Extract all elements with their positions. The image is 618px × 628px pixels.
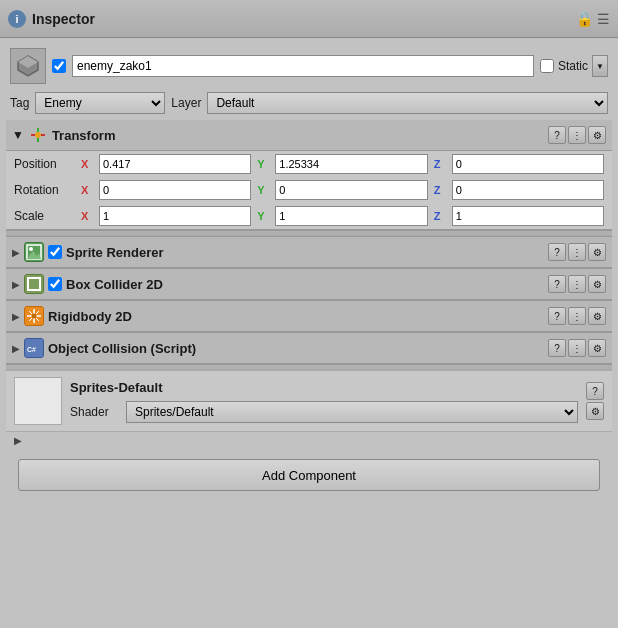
material-expand-row: ▶	[6, 432, 612, 449]
rotation-label: Rotation	[14, 183, 79, 197]
add-component-area: Add Component	[6, 449, 612, 501]
rigidbody-title: Rigidbody 2D	[48, 309, 544, 324]
menu-icon[interactable]: ☰	[597, 11, 610, 27]
rotation-z-axis: Z	[434, 184, 448, 196]
rotation-row: Rotation X Y Z	[6, 177, 612, 203]
rotation-z-input[interactable]	[452, 180, 604, 200]
shader-label: Shader	[70, 405, 120, 419]
object-name-input[interactable]	[72, 55, 534, 77]
transform-icon	[28, 125, 48, 145]
lock-icon[interactable]: 🔒	[576, 11, 593, 27]
static-dropdown-button[interactable]: ▼	[592, 55, 608, 77]
svg-text:C#: C#	[27, 346, 36, 353]
svg-point-18	[32, 314, 37, 319]
material-gear-button[interactable]: ⚙	[586, 402, 604, 420]
title-bar: i Inspector 🔒 ☰	[0, 0, 618, 38]
material-info: Sprites-Default Shader Sprites/Default	[70, 380, 578, 423]
sprite-renderer-header: ▶ Sprite Renderer ? ⋮ ⚙	[6, 236, 612, 268]
position-row: Position X Y Z	[6, 151, 612, 177]
material-preview	[14, 377, 62, 425]
rigidbody-gear-button[interactable]: ⚙	[588, 307, 606, 325]
tag-label: Tag	[10, 96, 29, 110]
tag-layer-row: Tag Enemy Layer Default	[6, 90, 612, 120]
scale-row: Scale X Y Z	[6, 203, 612, 229]
static-area: Static ▼	[540, 55, 608, 77]
scale-y-axis: Y	[257, 210, 271, 222]
sprite-renderer-cols-button[interactable]: ⋮	[568, 243, 586, 261]
add-component-button[interactable]: Add Component	[18, 459, 600, 491]
sprite-renderer-checkbox[interactable]	[48, 245, 62, 259]
script-icon: C#	[24, 338, 44, 358]
svg-point-9	[29, 247, 33, 251]
box-collider-header: ▶ Box Collider 2D ? ⋮ ⚙	[6, 268, 612, 300]
scale-z-axis: Z	[434, 210, 448, 222]
transform-title: Transform	[52, 128, 544, 143]
transform-help-button[interactable]: ?	[548, 126, 566, 144]
static-label: Static	[558, 59, 588, 73]
scale-x-axis: X	[81, 210, 95, 222]
script-collapse-arrow[interactable]: ▶	[12, 343, 20, 354]
rigidbody-header: ▶ Rigidbody 2D ? ⋮ ⚙	[6, 300, 612, 332]
rotation-x-axis: X	[81, 184, 95, 196]
position-y-input[interactable]	[275, 154, 427, 174]
transform-cols-button[interactable]: ⋮	[568, 126, 586, 144]
sprite-renderer-actions: ? ⋮ ⚙	[548, 243, 606, 261]
box-collider-collapse-arrow[interactable]: ▶	[12, 279, 20, 290]
object-active-checkbox[interactable]	[52, 59, 66, 73]
material-actions: ? ⚙	[586, 382, 604, 420]
sprite-renderer-icon	[24, 242, 44, 262]
rotation-x-input[interactable]	[99, 180, 251, 200]
title-controls: 🔒 ☰	[576, 11, 610, 27]
box-collider-icon	[24, 274, 44, 294]
rigidbody-collapse-arrow[interactable]: ▶	[12, 311, 20, 322]
sprite-renderer-help-button[interactable]: ?	[548, 243, 566, 261]
sprite-renderer-gear-button[interactable]: ⚙	[588, 243, 606, 261]
scale-label: Scale	[14, 209, 79, 223]
script-cols-button[interactable]: ⋮	[568, 339, 586, 357]
box-collider-checkbox[interactable]	[48, 277, 62, 291]
script-header: ▶ C# Object Collision (Script) ? ⋮ ⚙	[6, 332, 612, 364]
scale-y-input[interactable]	[275, 206, 427, 226]
layer-label: Layer	[171, 96, 201, 110]
script-title: Object Collision (Script)	[48, 341, 544, 356]
rotation-y-input[interactable]	[275, 180, 427, 200]
object-header-row: Static ▼	[6, 42, 612, 90]
rigidbody-cols-button[interactable]: ⋮	[568, 307, 586, 325]
box-collider-title: Box Collider 2D	[66, 277, 544, 292]
object-icon	[10, 48, 46, 84]
static-checkbox[interactable]	[540, 59, 554, 73]
rigidbody-icon	[24, 306, 44, 326]
transform-gear-button[interactable]: ⚙	[588, 126, 606, 144]
scale-x-input[interactable]	[99, 206, 251, 226]
position-z-input[interactable]	[452, 154, 604, 174]
transform-actions: ? ⋮ ⚙	[548, 126, 606, 144]
box-collider-gear-button[interactable]: ⚙	[588, 275, 606, 293]
box-collider-actions: ? ⋮ ⚙	[548, 275, 606, 293]
position-y-axis: Y	[257, 158, 271, 170]
script-gear-button[interactable]: ⚙	[588, 339, 606, 357]
shader-select[interactable]: Sprites/Default	[126, 401, 578, 423]
shader-row: Shader Sprites/Default	[70, 401, 578, 423]
box-collider-help-button[interactable]: ?	[548, 275, 566, 293]
script-help-button[interactable]: ?	[548, 339, 566, 357]
transform-section: ▼ Transform ? ⋮ ⚙ Position X	[6, 120, 612, 230]
material-name: Sprites-Default	[70, 380, 578, 395]
inspector-content: Static ▼ Tag Enemy Layer Default ▼	[0, 38, 618, 505]
scale-z-input[interactable]	[452, 206, 604, 226]
material-help-button[interactable]: ?	[586, 382, 604, 400]
material-section: Sprites-Default Shader Sprites/Default ?…	[6, 370, 612, 432]
transform-header: ▼ Transform ? ⋮ ⚙	[6, 120, 612, 151]
box-collider-cols-button[interactable]: ⋮	[568, 275, 586, 293]
sprite-renderer-title: Sprite Renderer	[66, 245, 544, 260]
page-title: Inspector	[32, 11, 570, 27]
layer-select[interactable]: Default	[207, 92, 608, 114]
rigidbody-help-button[interactable]: ?	[548, 307, 566, 325]
position-label: Position	[14, 157, 79, 171]
position-x-input[interactable]	[99, 154, 251, 174]
rigidbody-actions: ? ⋮ ⚙	[548, 307, 606, 325]
tag-select[interactable]: Enemy	[35, 92, 165, 114]
transform-collapse-arrow[interactable]: ▼	[12, 128, 24, 142]
sprite-renderer-collapse-arrow[interactable]: ▶	[12, 247, 20, 258]
inspector-icon: i	[8, 10, 26, 28]
material-expand-arrow[interactable]: ▶	[14, 435, 22, 446]
